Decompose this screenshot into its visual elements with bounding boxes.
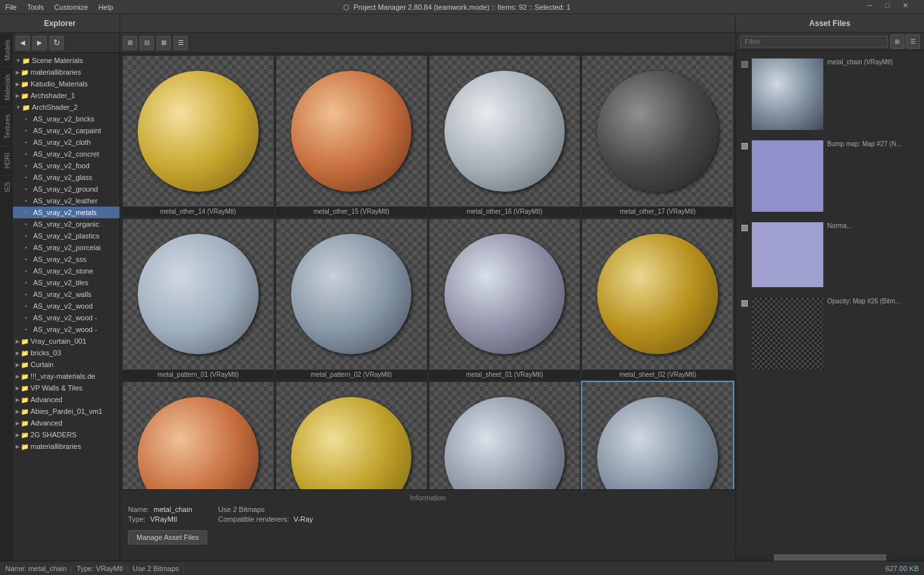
- grid-item-metal_ridged_02[interactable]: metal_ridged_02 (VRayMtl): [276, 382, 427, 490]
- tree-item-as-ground[interactable]: ▪AS_vray_v2_ground: [13, 183, 120, 195]
- material-grid[interactable]: metal_other_14 (VRayMtl) metal_other_15 …: [120, 53, 736, 489]
- tree-item-advanced1[interactable]: ▶📁Advanced: [13, 394, 120, 405]
- tree-item-archshader1[interactable]: ▶📁Archshader_1: [13, 90, 120, 101]
- tab-models[interactable]: Models: [0, 32, 13, 67]
- tree-item-label: 2G SHADERS: [31, 431, 77, 439]
- menu-tools[interactable]: Tools: [27, 3, 44, 11]
- tree-item-as-glass[interactable]: ▪AS_vray_v2_glass: [13, 172, 120, 183]
- tree-item-as-wood2[interactable]: ▪AS_vray_v2_wood -: [13, 312, 120, 324]
- tree-item-as-porcelai[interactable]: ▪AS_vray_v2_porcelai: [13, 242, 120, 253]
- grid-item-metal_other_17[interactable]: metal_other_17 (VRayMtl): [582, 56, 733, 216]
- grid-view-btn[interactable]: ⊞: [890, 34, 905, 49]
- tree-item-vp-walls[interactable]: ▶📁VP Walls & Tiles: [13, 382, 120, 394]
- grid-item-metal_sheet_02[interactable]: metal_sheet_02 (VRayMtl): [582, 219, 733, 379]
- material-thumb: [430, 219, 580, 370]
- tab-hdri[interactable]: HDRI: [0, 146, 13, 175]
- tree-item-as-food[interactable]: ▪AS_vray_v2_food: [13, 160, 120, 172]
- material-thumb: [276, 382, 427, 490]
- back-btn[interactable]: ◀: [16, 36, 30, 50]
- tree-item-2g-shaders[interactable]: ▶📁2G SHADERS: [13, 429, 120, 441]
- left-toolbar: ◀ ▶ ↻: [13, 32, 120, 53]
- tree-item-as-carpet[interactable]: ▪AS_vray_v2_carpaint: [13, 125, 120, 136]
- tree-item-label: AS_vray_v2_sss: [33, 255, 86, 263]
- minimize-btn[interactable]: ─: [867, 1, 873, 10]
- tree-item-as-bricks[interactable]: ▪AS_vray_v2_bricks: [13, 113, 120, 125]
- tree-item-as-plastics[interactable]: ▪AS_vray_v2_plastics: [13, 230, 120, 242]
- view-btn-4[interactable]: ☰: [173, 36, 188, 50]
- menu-customize[interactable]: Customize: [54, 3, 88, 11]
- grid-item-metal_other_16[interactable]: metal_other_16 (VRayMtl): [430, 56, 580, 216]
- tree-item-vray-mats[interactable]: ▶📁!!!_vray-materials.de: [13, 370, 120, 382]
- tree-item-matlibs2[interactable]: ▶📁materiallibraries: [13, 441, 120, 452]
- tree-item-as-cloth[interactable]: ▪AS_vray_v2_cloth: [13, 136, 120, 148]
- grid-item-metal_sheet_01[interactable]: metal_sheet_01 (VRayMtl): [430, 219, 580, 379]
- grid-item-metal_pattern_01[interactable]: metal_pattern_01 (VRayMtl): [123, 219, 274, 379]
- sphere-preview: [444, 234, 565, 354]
- tree-item-as-walls[interactable]: ▪AS_vray_v2_walls: [13, 288, 120, 300]
- close-btn[interactable]: ✕: [903, 1, 908, 10]
- file-icon: ▪: [25, 256, 31, 262]
- folder-icon: 📁: [22, 104, 30, 111]
- normal-map: Norma...: [739, 220, 921, 290]
- tree-item-advanced2[interactable]: ▶📁Advanced: [13, 417, 120, 429]
- tree-item-as-stone[interactable]: ▪AS_vray_v2_stone: [13, 265, 120, 277]
- tree-item-vray-curtain[interactable]: ▶📁Vray_curtain_001: [13, 335, 120, 347]
- tree-item-label: bricks_03: [31, 349, 61, 357]
- tree-item-matlibs[interactable]: ▶📁materiallibraries: [13, 66, 120, 78]
- material-thumb: [430, 382, 580, 490]
- grid-item-metal_ridged_01[interactable]: metal_ridged_01 (VRayMtl): [123, 382, 274, 490]
- refresh-btn[interactable]: ↻: [49, 36, 64, 50]
- folder-icon: 📁: [21, 81, 29, 88]
- grid-item-metal_ridged_03[interactable]: metal_ridged_03 (VRayMtl): [430, 382, 580, 490]
- menu-file[interactable]: File: [5, 3, 17, 11]
- material-thumb: [276, 219, 427, 370]
- grid-item-metal_pattern_02[interactable]: metal_pattern_02 (VRayMtl): [276, 219, 427, 379]
- tree-item-label: AS_vray_v2_wood -: [33, 314, 97, 322]
- tree-item-scene-mats[interactable]: ▼📁Scene Materials: [13, 55, 120, 66]
- view-btn-3[interactable]: ⊠: [157, 36, 171, 50]
- grid-item-metal_chain[interactable]: metal_chain (VRayMtl): [582, 382, 733, 490]
- sphere-preview: [597, 71, 717, 191]
- tree-item-abies[interactable]: ▶📁Abies_Pardei_01_vm1: [13, 405, 120, 417]
- grid-item-metal_other_15[interactable]: metal_other_15 (VRayMtl): [276, 56, 427, 216]
- material-thumb: [582, 56, 733, 207]
- tab-textures[interactable]: Textures: [0, 107, 13, 146]
- tree-item-label: AS_vray_v2_food: [33, 162, 90, 170]
- tree-item-as-wood3[interactable]: ▪AS_vray_v2_wood -: [13, 324, 120, 335]
- tree-item-as-organic[interactable]: ▪AS_vray_v2_organic: [13, 218, 120, 230]
- view-btn-2[interactable]: ⊟: [140, 36, 154, 50]
- tree-item-bricks03[interactable]: ▶📁bricks_03: [13, 347, 120, 359]
- tree-item-label: !!!_vray-materials.de: [31, 372, 96, 380]
- filter-input[interactable]: [740, 36, 888, 47]
- tree-item-archshader2[interactable]: ▼📁ArchShader_2: [13, 101, 120, 113]
- tree-item-as-wood[interactable]: ▪AS_vray_v2_wood: [13, 300, 120, 312]
- tab-ies[interactable]: IES: [0, 175, 13, 199]
- main-material-thumb: [752, 58, 823, 130]
- tree-item-label: AS_vray_v2_wood -: [33, 326, 97, 333]
- main-material-map: metal_chain (VRayMtl): [739, 56, 921, 133]
- tab-materials[interactable]: Materials: [0, 67, 13, 107]
- tree-item-as-metals[interactable]: ▪AS_vray_v2_metals: [13, 207, 120, 218]
- tree-item-katudio[interactable]: ▶📁Katudio_Materials: [13, 78, 120, 90]
- forward-btn[interactable]: ▶: [32, 36, 47, 50]
- tree-item-curtain[interactable]: ▶📁Curtain: [13, 359, 120, 370]
- tree-item-as-concret[interactable]: ▪AS_vray_v2_concret: [13, 148, 120, 160]
- right-hscroll[interactable]: [736, 554, 924, 561]
- folder-icon: 📁: [21, 431, 29, 439]
- tree-item-as-leather[interactable]: ▪AS_vray_v2_leather: [13, 195, 120, 207]
- material-label: metal_pattern_01 (VRayMtl): [123, 370, 274, 379]
- tree-container[interactable]: ▼📁Scene Materials▶📁materiallibraries▶📁Ka…: [13, 53, 120, 561]
- view-btn-1[interactable]: ⊞: [123, 36, 137, 50]
- folder-icon: 📁: [21, 408, 29, 415]
- folder-icon: 📁: [21, 420, 29, 427]
- menu-help[interactable]: Help: [98, 3, 113, 11]
- tree-item-as-sss[interactable]: ▪AS_vray_v2_sss: [13, 253, 120, 265]
- sphere-preview: [291, 71, 411, 191]
- tree-item-as-tiles[interactable]: ▪AS_vray_v2_tiles: [13, 277, 120, 288]
- manage-asset-files-btn[interactable]: Manage Asset Files: [128, 530, 207, 544]
- file-icon: ▪: [25, 174, 31, 181]
- maximize-btn[interactable]: □: [885, 1, 890, 10]
- list-view-btn[interactable]: ☰: [906, 34, 920, 49]
- grid-item-metal_other_14[interactable]: metal_other_14 (VRayMtl): [123, 56, 274, 216]
- asset-maps-section: metal_chain (VRayMtl) Bump map: Map #27 …: [736, 51, 924, 554]
